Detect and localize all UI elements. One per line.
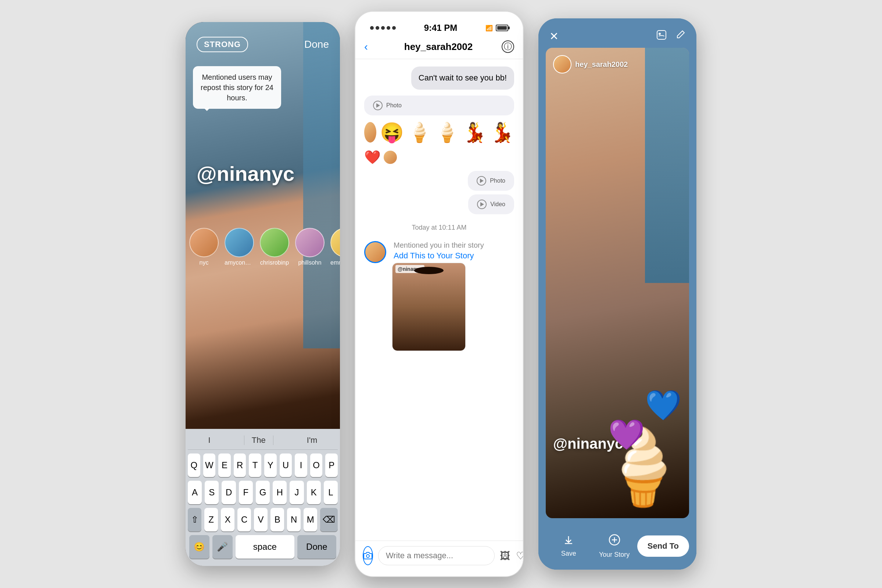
story-user-avatar [553,55,572,74]
key-b[interactable]: B [270,508,284,531]
suggestion-the[interactable]: The [244,435,273,445]
blue-wall-right [645,48,689,283]
key-z[interactable]: Z [204,508,218,531]
avatar-item-nyc[interactable]: nyc [189,228,219,266]
keyboard-suggestions: I The I'm [188,432,338,450]
key-a[interactable]: A [188,481,202,504]
sender-avatar [364,241,386,263]
status-icons: 📶 [486,25,508,32]
story-preview-card[interactable]: @ninanyc [392,263,466,351]
save-label: Save [561,550,576,558]
message-bubble-sent-1: Can't wait to see you bb! [411,66,514,90]
key-m[interactable]: M [303,508,317,531]
key-i[interactable]: I [295,453,307,477]
strong-label: STRONG [204,40,241,49]
key-v[interactable]: V [254,508,267,531]
close-button[interactable]: ✕ [549,30,559,43]
image-icon[interactable]: 🖼 [500,550,510,562]
send-to-button[interactable]: Send To [637,536,689,557]
message-photo-sent[interactable]: Photo [468,171,514,191]
key-u[interactable]: U [280,453,292,477]
key-k[interactable]: K [307,481,321,504]
key-l[interactable]: L [324,481,338,504]
key-backspace[interactable]: ⌫ [320,508,338,531]
messages-area: Can't wait to see you bb! Photo 😝 🍦 🍦 💃 [356,59,523,541]
camera-button[interactable] [363,546,373,565]
signal-dot-4 [387,26,390,30]
mention-text: @ninanyc [196,162,294,186]
tooltip-text: Mentioned users may repost this story fo… [200,72,274,103]
key-n[interactable]: N [287,508,301,531]
heart-row: ❤️ [364,150,514,165]
blue-wall [303,22,340,348]
key-shift[interactable]: ⇧ [188,508,201,531]
key-emoji[interactable]: 😊 [189,535,210,559]
story-preview-face [393,263,465,351]
photo-sent-label: Photo [490,177,506,184]
key-mic[interactable]: 🎤 [212,535,232,559]
key-done[interactable]: Done [297,535,336,559]
mention-label: Mentioned you in their story [392,241,484,249]
edit-button[interactable] [676,29,686,43]
key-g[interactable]: G [256,481,270,504]
play-icon-video [477,200,487,209]
emoji-heart: ❤️ [364,150,381,165]
key-s[interactable]: S [205,481,219,504]
your-story-action[interactable]: Your Story [591,534,637,559]
message-input[interactable] [378,546,495,565]
key-p[interactable]: P [325,453,338,477]
back-button[interactable]: ‹ [364,40,368,53]
sticker-heart-purple[interactable]: 💜 [608,417,645,452]
battery-fill [497,26,507,30]
save-action[interactable]: Save [546,535,591,558]
battery-icon [496,25,508,31]
photo-label: Photo [386,102,402,109]
avatar-item-chris[interactable]: chrisrobinp [260,228,289,266]
message-photo-received[interactable]: Photo [364,96,514,116]
key-o[interactable]: O [310,453,322,477]
play-triangle [376,103,380,108]
heart-icon[interactable]: ♡ [516,550,524,562]
key-h[interactable]: H [273,481,286,504]
emoji-face: 😝 [380,121,404,144]
message-row-1: Can't wait to see you bb! [364,66,514,90]
key-w[interactable]: W [203,453,216,477]
message-video-sent[interactable]: Video [468,194,514,214]
keyboard-row-2: A S D F G H J K L [188,481,338,504]
signal-dot-5 [392,26,396,30]
key-f[interactable]: F [239,481,253,504]
add-story-link[interactable]: Add This to Your Story [392,251,484,261]
avatar-small [364,122,376,142]
key-c[interactable]: C [237,508,251,531]
signal-bars [370,26,396,30]
avatar-item-amy[interactable]: amyconnors [225,228,254,266]
key-y[interactable]: Y [264,453,277,477]
tooltip-bubble: Mentioned users may repost this story fo… [193,66,281,109]
avatar-item-emma[interactable]: emmatange [330,228,340,266]
key-q[interactable]: Q [188,453,200,477]
done-button[interactable]: Done [304,39,329,50]
signal-dot-1 [370,26,374,30]
key-d[interactable]: D [222,481,236,504]
emojis-row: 😝 🍦 🍦 💃 💃 [364,121,514,144]
emoji-icecream1: 🍦 [408,121,432,144]
sticker-button[interactable] [656,29,667,43]
key-j[interactable]: J [290,481,303,504]
sticker-heart-blue[interactable]: 💙 [645,388,682,423]
key-x[interactable]: X [221,508,234,531]
your-story-label: Your Story [599,551,630,559]
key-r[interactable]: R [234,453,246,477]
wifi-icon: 📶 [486,25,493,32]
avatar-circle-nyc [189,228,219,257]
avatar-item-phill[interactable]: phillsohn [295,228,324,266]
key-e[interactable]: E [218,453,231,477]
key-t[interactable]: T [249,453,261,477]
play-icon-photo [477,176,486,186]
video-sent-label: Video [490,201,506,208]
info-button[interactable]: ⓘ [502,40,514,53]
key-space[interactable]: space [236,535,294,559]
suggestion-i[interactable]: I [201,435,218,445]
emoji-dancer2: 💃 [490,121,514,144]
signal-dot-2 [376,26,379,30]
suggestion-im[interactable]: I'm [300,435,325,445]
